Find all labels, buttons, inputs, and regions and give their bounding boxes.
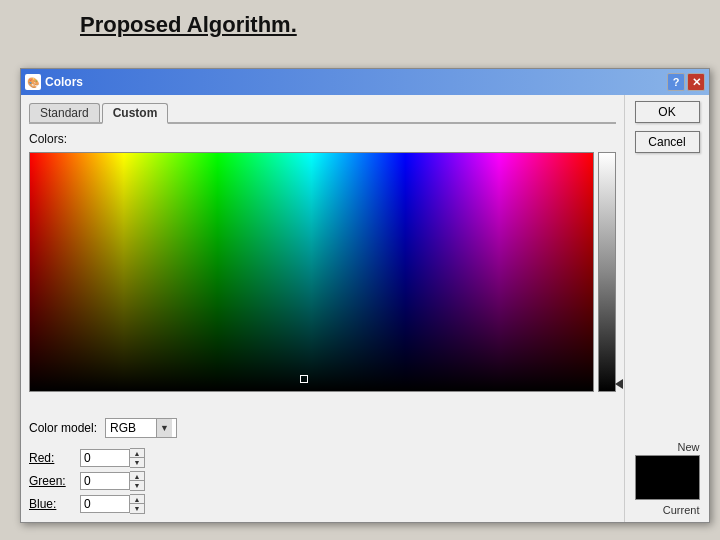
tab-bar: Standard Custom: [29, 103, 616, 124]
red-up-btn[interactable]: ▲: [130, 449, 144, 458]
titlebar-controls: ? ✕: [667, 73, 705, 91]
color-preview-section: New Current: [635, 441, 700, 516]
colors-label: Colors:: [29, 132, 616, 146]
blue-up-btn[interactable]: ▲: [130, 495, 144, 504]
slide-title: Proposed Algorithm.: [80, 12, 297, 38]
color-gradient[interactable]: [29, 152, 594, 392]
blue-row: Blue: ▲ ▼: [29, 494, 616, 514]
dialog-main: Standard Custom Colors: Color mo: [21, 95, 624, 522]
blue-label: Blue:: [29, 497, 74, 511]
new-color-box: [635, 455, 700, 500]
red-input[interactable]: [80, 449, 130, 467]
color-model-row: Color model: RGB ▼: [29, 418, 616, 438]
blue-input[interactable]: [80, 495, 130, 513]
rgb-rows: Red: ▲ ▼ Green:: [29, 448, 616, 514]
red-row: Red: ▲ ▼: [29, 448, 616, 468]
brightness-bar[interactable]: [598, 152, 616, 392]
green-input[interactable]: [80, 472, 130, 490]
color-model-label: Color model:: [29, 421, 99, 435]
green-row: Green: ▲ ▼: [29, 471, 616, 491]
current-label: Current: [663, 504, 700, 516]
color-picker-area: [29, 152, 616, 410]
tab-standard[interactable]: Standard: [29, 103, 100, 122]
green-down-btn[interactable]: ▼: [130, 481, 144, 490]
select-dropdown-arrow[interactable]: ▼: [156, 419, 172, 437]
green-spinner-btns: ▲ ▼: [130, 471, 145, 491]
green-label: Green:: [29, 474, 74, 488]
dialog-icon: 🎨: [25, 74, 41, 90]
titlebar-left: 🎨 Colors: [25, 74, 83, 90]
blue-down-btn[interactable]: ▼: [130, 504, 144, 513]
blue-spinner: ▲ ▼: [80, 494, 145, 514]
red-spinner: ▲ ▼: [80, 448, 145, 468]
green-up-btn[interactable]: ▲: [130, 472, 144, 481]
cancel-button[interactable]: Cancel: [635, 131, 700, 153]
brightness-arrow: [615, 379, 623, 389]
gradient-canvas: [30, 153, 593, 391]
ok-button[interactable]: OK: [635, 101, 700, 123]
help-button[interactable]: ?: [667, 73, 685, 91]
color-model-select[interactable]: RGB ▼: [105, 418, 177, 438]
dialog-titlebar: 🎨 Colors ? ✕: [21, 69, 709, 95]
tab-custom[interactable]: Custom: [102, 103, 169, 124]
colors-dialog: 🎨 Colors ? ✕ Standard Custom Colors:: [20, 68, 710, 523]
dialog-sidebar: OK Cancel New Current: [624, 95, 709, 522]
red-down-btn[interactable]: ▼: [130, 458, 144, 467]
dialog-content: Standard Custom Colors: Color mo: [21, 95, 709, 522]
crosshair[interactable]: [300, 375, 308, 383]
close-button[interactable]: ✕: [687, 73, 705, 91]
red-label: Red:: [29, 451, 74, 465]
new-label: New: [677, 441, 699, 453]
dialog-title: Colors: [45, 75, 83, 89]
dialog-backdrop: 🎨 Colors ? ✕ Standard Custom Colors:: [12, 60, 720, 530]
color-model-value: RGB: [110, 421, 136, 435]
red-spinner-btns: ▲ ▼: [130, 448, 145, 468]
green-spinner: ▲ ▼: [80, 471, 145, 491]
blue-spinner-btns: ▲ ▼: [130, 494, 145, 514]
